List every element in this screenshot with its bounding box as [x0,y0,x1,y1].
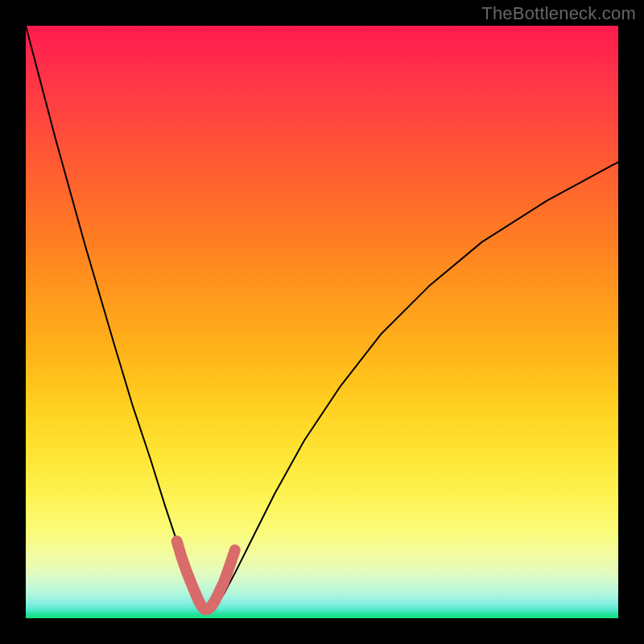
performance-curve [26,26,618,610]
curve-svg [26,26,618,618]
plot-area [26,26,618,618]
watermark-text: TheBottleneck.com [481,3,636,24]
chart-frame: TheBottleneck.com [0,0,644,644]
highlighted-segment [177,541,235,609]
